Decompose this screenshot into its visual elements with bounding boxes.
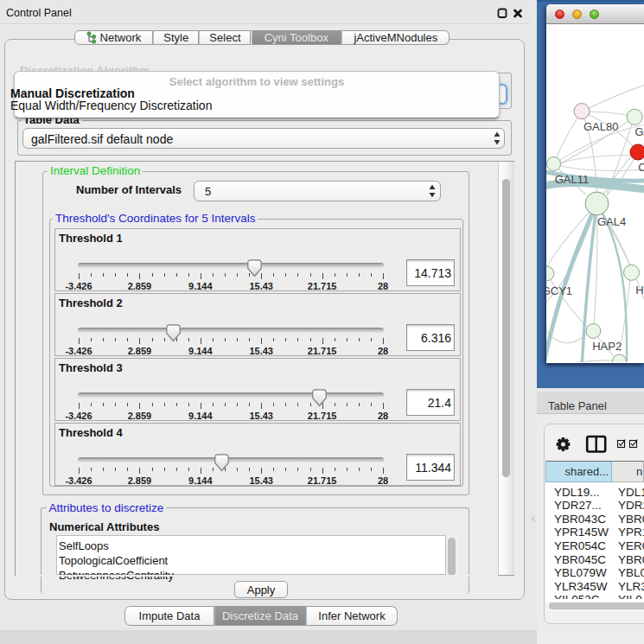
svg-text:HAP2: HAP2 [592,340,622,353]
svg-text:C: C [638,161,644,174]
svg-text:GAL80: GAL80 [583,120,618,133]
svg-text:GCY1: GCY1 [546,284,572,297]
svg-text:H: H [635,284,643,296]
svg-text:GAL11: GAL11 [555,173,590,186]
svg-text:GAL4: GAL4 [597,215,626,228]
svg-text:GA: GA [635,125,644,138]
